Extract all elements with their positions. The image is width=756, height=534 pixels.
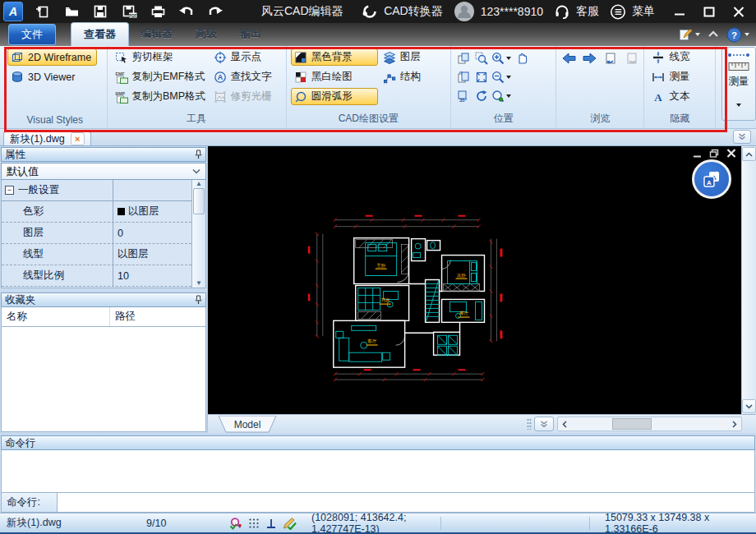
zoom-out-button[interactable] bbox=[491, 71, 511, 84]
support-button[interactable] bbox=[554, 3, 570, 20]
copy-bmp-button[interactable]: BMP 复制为BMP格式 bbox=[112, 88, 209, 105]
layout-collapse-button[interactable] bbox=[534, 417, 554, 431]
tab-viewer[interactable]: 查看器 bbox=[71, 22, 129, 46]
scrollbar-thumb[interactable] bbox=[612, 418, 652, 430]
menu-button[interactable] bbox=[610, 3, 626, 20]
find-text-button[interactable]: A 查找文字 bbox=[210, 68, 278, 85]
save-as-pdf-button[interactable]: PDF bbox=[121, 3, 137, 20]
document-tab[interactable]: 新块(1).dwg × bbox=[3, 131, 91, 145]
undo-button[interactable] bbox=[178, 3, 195, 20]
avatar[interactable] bbox=[454, 1, 475, 22]
converter-label[interactable]: CAD转换器 bbox=[384, 4, 443, 19]
property-row-linetype[interactable]: 线型 以图层 bbox=[2, 244, 191, 265]
child-minimize-button[interactable] bbox=[693, 150, 702, 158]
page-previous-button[interactable] bbox=[602, 50, 619, 67]
favorites-name-column[interactable]: 名称 bbox=[2, 307, 110, 326]
show-points-button[interactable]: 显示点 bbox=[210, 48, 278, 66]
command-history[interactable] bbox=[1, 450, 755, 493]
command-input[interactable] bbox=[58, 493, 754, 512]
collapse-minus-icon[interactable]: − bbox=[5, 186, 14, 195]
grid-toggle-icon[interactable] bbox=[248, 518, 260, 529]
view-back-button[interactable] bbox=[560, 50, 577, 67]
canvas-horizontal-scrollbar[interactable] bbox=[557, 417, 742, 431]
document-tab-close-icon[interactable]: × bbox=[71, 132, 85, 145]
redo-button[interactable] bbox=[207, 3, 224, 20]
line-width-button[interactable]: 线宽 bbox=[648, 48, 695, 66]
pin-icon[interactable] bbox=[195, 150, 202, 159]
property-category-row[interactable]: −一般设置 bbox=[2, 180, 191, 201]
structure-button[interactable]: 结构 bbox=[380, 68, 426, 85]
support-label[interactable]: 客服 bbox=[576, 4, 599, 19]
rotate-view-button[interactable] bbox=[455, 50, 472, 67]
tab-editor[interactable]: 编辑器 bbox=[129, 22, 184, 46]
print-button[interactable] bbox=[150, 3, 166, 20]
zoom-in-button[interactable] bbox=[491, 52, 511, 65]
child-restore-button[interactable] bbox=[709, 149, 719, 158]
property-row-color[interactable]: 色彩 以图层 bbox=[2, 201, 191, 223]
rotate-angle-button[interactable]: 35° bbox=[455, 88, 472, 104]
convert-floating-button[interactable]: AA bbox=[692, 159, 731, 199]
2d-wireframe-button[interactable]: 2D Wireframe bbox=[7, 48, 97, 66]
drawing-canvas[interactable]: 主卧 次卧 书房 客厅 餐厅 bbox=[208, 146, 741, 414]
open-file-button[interactable] bbox=[63, 3, 80, 20]
tab-advanced[interactable]: 高级 bbox=[184, 22, 228, 46]
minimize-button[interactable] bbox=[674, 7, 685, 16]
3d-viewer-button[interactable]: 3D Viewer bbox=[7, 68, 97, 85]
tab-output[interactable]: 输出 bbox=[228, 22, 273, 46]
save-button[interactable] bbox=[92, 3, 108, 20]
new-file-button[interactable] bbox=[35, 3, 51, 20]
property-row-linetype-scale[interactable]: 线型比例 10 bbox=[2, 265, 191, 287]
property-set-selector[interactable]: 默认值 bbox=[1, 163, 206, 180]
fit-screen-button[interactable] bbox=[473, 69, 490, 85]
pin-icon[interactable] bbox=[195, 295, 202, 305]
favorites-path-column[interactable]: 路径 bbox=[110, 310, 136, 324]
quick-edit-button[interactable] bbox=[678, 27, 700, 42]
draft-toggle-icon[interactable] bbox=[283, 517, 297, 530]
canvas-vertical-scrollbar[interactable] bbox=[741, 146, 756, 414]
smooth-arc-button[interactable]: 圆滑弧形 bbox=[291, 88, 378, 105]
model-tab[interactable]: Model bbox=[218, 416, 277, 433]
text-toggle-button[interactable]: A 文本 bbox=[648, 88, 695, 105]
maximize-button[interactable] bbox=[703, 7, 715, 17]
help-button[interactable]: ? bbox=[726, 27, 749, 43]
scroll-down-icon[interactable]: ▼ bbox=[196, 280, 202, 287]
measure-toggle-button[interactable]: 测量 bbox=[648, 68, 695, 85]
scroll-up-button[interactable] bbox=[742, 147, 756, 161]
property-row-layer[interactable]: 图层 0 bbox=[2, 223, 191, 244]
splitter-grip[interactable] bbox=[527, 418, 532, 430]
menu-label[interactable]: 菜单 bbox=[632, 4, 655, 19]
collapse-ribbon-button[interactable] bbox=[707, 30, 720, 39]
pan-button[interactable] bbox=[514, 50, 531, 67]
layers-button[interactable]: 图层 bbox=[380, 48, 426, 66]
black-background-button[interactable]: 黑色背景 bbox=[291, 48, 378, 66]
page-next-button[interactable] bbox=[624, 50, 640, 67]
view-forward-button[interactable] bbox=[582, 50, 598, 67]
trim-raster-button[interactable]: 修剪光栅 bbox=[210, 88, 278, 105]
properties-panel-header[interactable]: 属性 bbox=[1, 147, 206, 162]
cad-converter-button[interactable] bbox=[362, 3, 378, 20]
rotate-copy-button[interactable] bbox=[455, 69, 472, 85]
snap-toggle-icon[interactable] bbox=[229, 517, 242, 530]
clip-frame-button[interactable]: 剪切框架 bbox=[112, 48, 209, 66]
favorites-panel-header[interactable]: 收藏夹 bbox=[1, 292, 206, 307]
scroll-down-button[interactable] bbox=[742, 399, 756, 413]
bw-drawing-button[interactable]: 黑白绘图 bbox=[291, 68, 378, 85]
tab-file[interactable]: 文件 bbox=[8, 24, 56, 45]
zoom-window-button[interactable] bbox=[473, 50, 490, 67]
copy-emf-button[interactable]: EMF 复制为EMF格式 bbox=[112, 68, 209, 85]
account-number[interactable]: 123****8910 bbox=[481, 5, 543, 18]
scroll-right-button[interactable] bbox=[728, 418, 741, 430]
measure-tool-button[interactable]: 测量 bbox=[721, 47, 756, 121]
scroll-up-icon[interactable]: ▲ bbox=[196, 181, 202, 187]
child-close-button[interactable] bbox=[726, 149, 736, 158]
close-button[interactable] bbox=[733, 7, 744, 17]
zoom-extents-button[interactable] bbox=[491, 90, 511, 103]
property-grid-scrollbar[interactable]: ▲ ▼ bbox=[191, 180, 205, 288]
ortho-toggle-icon[interactable] bbox=[265, 518, 277, 529]
scroll-left-button[interactable] bbox=[558, 418, 571, 430]
scrollbar-thumb[interactable] bbox=[193, 188, 205, 214]
refresh-view-button[interactable] bbox=[473, 88, 490, 104]
command-panel-header[interactable]: 命令行 bbox=[1, 435, 755, 450]
favorites-list[interactable] bbox=[1, 327, 206, 432]
tab-bar-collapse-button[interactable] bbox=[733, 130, 751, 144]
